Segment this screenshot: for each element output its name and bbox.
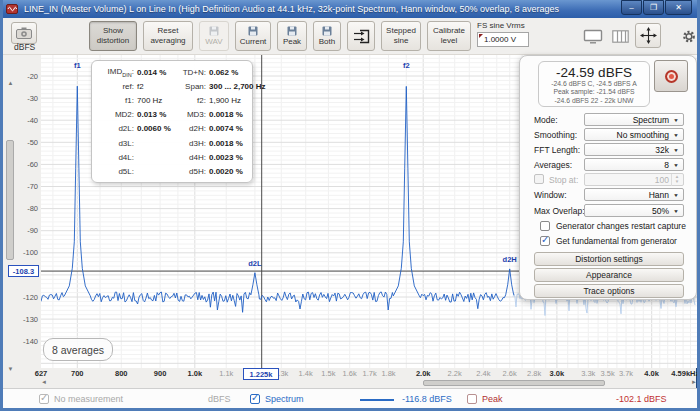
max-overlap-label: Max Overlap: (534, 206, 585, 216)
stop-at-checkbox[interactable] (534, 174, 544, 184)
x-axis-tick: 1.5k (321, 369, 335, 378)
horizontal-scrollbar[interactable]: ◄ ► (41, 379, 697, 388)
save-wav-button[interactable]: WAV (199, 21, 229, 51)
x-axis-tick: 1.1k (219, 369, 233, 378)
spectrum-legend-line (360, 399, 394, 401)
generator-restart-capture-row[interactable]: Generator changes restart capture (540, 221, 686, 231)
settings-button[interactable] (679, 24, 699, 48)
d4l-label: d4L: (96, 153, 134, 162)
calibrate-level-button[interactable]: Calibrate level (427, 21, 471, 51)
display-view-button[interactable] (579, 24, 607, 48)
pan-move-button[interactable] (635, 23, 661, 48)
fft-length-dropdown[interactable]: 32k ▼ (584, 143, 684, 156)
minimize-button[interactable]: – (621, 0, 642, 15)
get-fundamental-row[interactable]: ✓ Get fundamental from generator (540, 236, 677, 246)
smoothing-dropdown[interactable]: No smoothing ▼ (584, 128, 684, 141)
screenshot-button[interactable] (11, 22, 37, 44)
distortion-results-box: IMDDIN: 0.014 % TD+N: 0.062 % ref: f2 Sp… (91, 60, 253, 183)
x-axis-tick: 700 (71, 369, 84, 378)
columns-icon (612, 30, 629, 43)
level-readout-band: -24.6 dBFS 22 - 22k UNW (539, 97, 649, 105)
level-readout: -24.59 dBFS -24.6 dBFS C, -24.5 dBFS A P… (538, 61, 650, 107)
x-axis-tick: 3.7k (619, 369, 633, 378)
md3-label: MD3: (176, 110, 206, 119)
x-axis-tick: 4.0k (644, 369, 659, 378)
level-readout-peak-sample: Peak sample: -21.54 dBFS (539, 88, 649, 96)
fs-sine-vrms-input[interactable]: 1.0000 V (477, 32, 529, 47)
reset-averaging-button[interactable]: Reset averaging (143, 21, 193, 51)
generator-restart-checkbox[interactable] (540, 221, 550, 231)
get-fundamental-checkbox[interactable]: ✓ (540, 236, 550, 246)
f1-value: 700 Hz (134, 96, 176, 105)
x-axis-tick: 627 (35, 369, 48, 378)
scroll-down-icon[interactable]: ▼ (5, 366, 16, 372)
cursor-frequency-readout: 1.225k (243, 368, 279, 380)
scroll-left-icon[interactable]: ◄ (41, 379, 47, 385)
floppy-disk-icon (248, 26, 258, 36)
chevron-down-icon: ▼ (673, 162, 679, 167)
span-value: 300 ... 2,700 Hz (206, 82, 265, 91)
chevron-down-icon: ▼ (673, 192, 679, 197)
move-arrows-icon (640, 27, 657, 44)
maximize-button[interactable]: ❐ (643, 0, 664, 15)
max-overlap-dropdown[interactable]: 50% ▼ (584, 204, 684, 217)
peak-label: f2 (403, 61, 410, 70)
d5h-value: 0.0020 % (206, 167, 243, 176)
x-axis-tick: 3.0k (550, 369, 565, 378)
no-measurement-label: No measurement (54, 394, 123, 404)
trace-options-button[interactable]: Trace options (534, 284, 684, 298)
x-axis-tick: 800 (115, 369, 128, 378)
gear-icon (682, 29, 696, 44)
level-readout-main: -24.59 dBFS (539, 65, 649, 80)
f1-label: f1: (96, 96, 134, 105)
peak-trace-checkbox[interactable] (467, 394, 477, 404)
panel-layout-button[interactable] (607, 24, 633, 48)
window-dropdown[interactable]: Hann ▼ (584, 188, 684, 201)
cursor-db-readout: -108.3 (8, 265, 39, 277)
show-distortion-button[interactable]: Show distortion (89, 21, 137, 51)
window-title: LINE_IN (Master Volume) L on Line In (Hi… (24, 4, 620, 14)
no-measurement-checkbox[interactable]: ✓ (39, 394, 49, 404)
record-button[interactable] (654, 60, 688, 92)
d3l-label: d3L: (96, 139, 134, 148)
d4h-label: d4H: (176, 153, 206, 162)
x-axis-tick: 2.8k (527, 369, 541, 378)
smoothing-label: Smoothing: (534, 130, 577, 140)
appearance-button[interactable]: Appearance (534, 268, 684, 282)
save-peak-button[interactable]: Peak (277, 21, 307, 51)
d3h-label: d3H: (176, 139, 206, 148)
status-bar: ✓ No measurement dBFS ✓ Spectrum -116.8 … (3, 388, 697, 408)
x-axis-tick: 4.59kHz (671, 369, 699, 378)
md2-value: 0.013 % (134, 110, 176, 119)
x-axis-tick: 3.5k (601, 369, 615, 378)
peak-label: f1 (74, 61, 81, 70)
imd-label: IMDDIN: (96, 67, 134, 78)
spinner-arrows-icon[interactable]: ▲▼ (671, 174, 682, 186)
x-axis-tick: 1.6k (343, 369, 357, 378)
averages-dropdown[interactable]: 8 ▼ (584, 158, 684, 171)
stop-at-label: Stop at: (549, 175, 578, 185)
chevron-down-icon: ▼ (673, 132, 679, 137)
averages-label: Averages: (534, 160, 572, 170)
loopback-routing-button[interactable] (347, 21, 375, 51)
save-both-button[interactable]: Both (313, 21, 341, 51)
stop-at-spinner[interactable]: 100 ▲▼ (584, 173, 684, 186)
stepped-sine-button[interactable]: Stepped sine (381, 21, 421, 51)
mode-dropdown[interactable]: Spectrum ▼ (584, 113, 684, 126)
title-bar[interactable]: LINE_IN (Master Volume) L on Line In (Hi… (0, 0, 700, 18)
vertical-scrollbar-thumb[interactable] (6, 140, 14, 260)
distortion-settings-button[interactable]: Distortion settings (534, 252, 684, 266)
spectrum-cursor-value: -116.8 dBFS (402, 394, 452, 404)
scroll-right-icon[interactable]: ► (691, 379, 697, 385)
spectrum-trace-checkbox[interactable]: ✓ (250, 394, 260, 404)
scroll-up-icon[interactable]: ▲ (5, 80, 16, 86)
app-icon (6, 3, 18, 15)
y-axis-title: dBFS (14, 42, 35, 52)
spur-label: d2H (503, 255, 517, 264)
close-button[interactable]: ✕ (665, 0, 692, 15)
save-current-button[interactable]: Current (235, 21, 271, 51)
vertical-scrollbar[interactable]: ▲ ▼ (5, 80, 16, 372)
averages-badge: 8 averages (43, 338, 113, 361)
horizontal-scrollbar-thumb[interactable] (423, 380, 605, 386)
span-label: Span: (176, 82, 206, 91)
